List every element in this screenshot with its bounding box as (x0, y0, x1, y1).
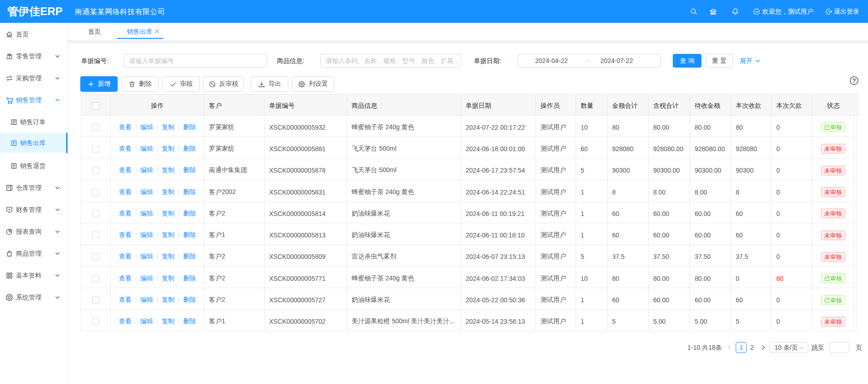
svg-text:?: ? (852, 78, 856, 84)
